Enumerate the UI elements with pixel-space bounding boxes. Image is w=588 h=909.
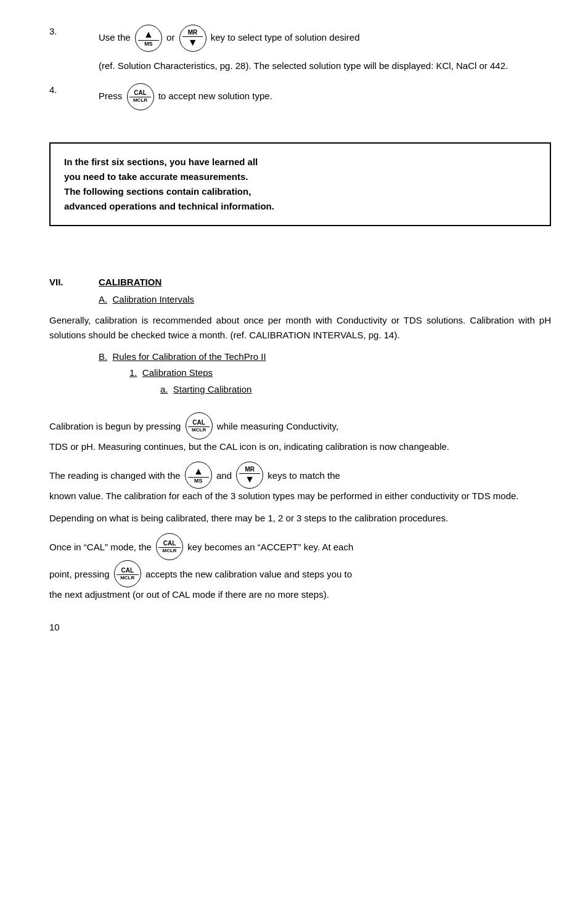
page-number: 10 [49,621,551,635]
cal-para-8: the next adjustment (or out of CAL mode … [49,587,551,602]
subsection-a2-label: Starting Calibration [173,384,252,394]
subsection-a2-prefix: a. [160,384,168,394]
ms-key-para3: ▲ MS [185,462,212,489]
mr-key-para3: MR ▼ [236,462,263,489]
cal-key-para6: CAL MCLR [156,533,183,560]
step-3-text-or: or [166,32,174,43]
cal-para-7: point, pressing CAL MCLR accepts the new… [49,560,551,587]
info-box: In the first six sections, you have lear… [49,142,551,226]
section-7-title: CALIBRATION [99,275,161,290]
step-3-text-after: key to select type of solution desired [211,32,360,43]
cal-key-para7: CAL MCLR [114,560,141,587]
step-3-para: (ref. Solution Characteristics, pg. 28).… [49,59,551,73]
section-7-heading: VII. CALIBRATION [49,275,551,290]
step-4: 4. Press CAL MCLR to accept new solution… [49,83,551,110]
subsection-a-prefix: A. [99,294,107,304]
cal-mclr-key-icon: CAL MCLR [127,83,154,110]
subsection-a-label: Calibration Intervals [113,294,195,304]
page-content: 3. Use the ▲ MS or MR ▼ key to select ty… [49,25,551,635]
step-4-text-after: to accept new solution type. [158,90,272,100]
subsection-b-prefix: B. [99,351,107,362]
step-3-body: Use the ▲ MS or MR ▼ key to select type … [99,25,551,52]
mr-key-icon: MR ▼ [179,25,206,52]
subsection-a: A. Calibration Intervals [49,293,551,307]
cal-para-4: known value. The calibration for each of… [49,489,551,503]
step-3: 3. Use the ▲ MS or MR ▼ key to select ty… [49,25,551,52]
subsection-b-label: Rules for Calibration of the TechPro II [113,351,266,362]
section-7-roman: VII. [49,275,99,290]
step-3-text-before: Use the [99,32,131,43]
subsection-1-label: Calibration Steps [142,367,213,378]
subsection-1-prefix: 1. [129,367,137,378]
step-4-body: Press CAL MCLR to accept new solution ty… [99,83,551,110]
ms-key-icon: ▲ MS [135,25,162,52]
step-4-text-before: Press [99,90,122,100]
calibration-body-1: Generally, calibration is recommended ab… [49,313,551,343]
step-4-number: 4. [49,83,99,97]
subsection-b: B. Rules for Calibration of the TechPro … [49,350,551,364]
cal-para-5: Depending on what is being calibrated, t… [49,511,551,526]
cal-key-para1: CAL MCLR [186,412,213,439]
cal-para-6: Once in “CAL” mode, the CAL MCLR key bec… [49,533,551,560]
step-3-number: 3. [49,25,99,39]
subsection-1: 1. Calibration Steps [49,366,551,380]
cal-para-1: Calibration is begun by pressing CAL MCL… [49,412,551,439]
cal-para-2: TDS or pH. Measuring continues, but the … [49,439,551,454]
cal-para-3: The reading is changed with the ▲ MS and… [49,462,551,489]
subsection-a2: a. Starting Calibration [49,383,551,397]
